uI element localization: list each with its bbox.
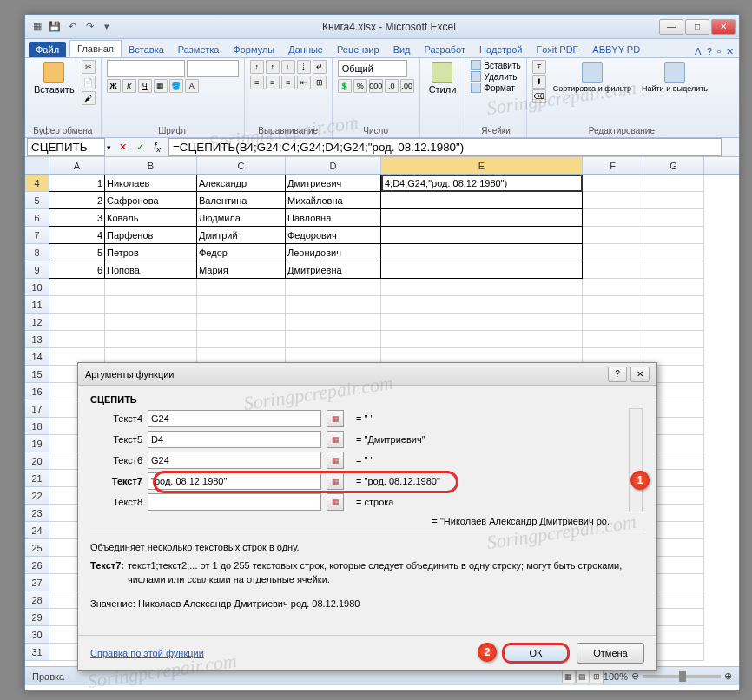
merge-icon[interactable]: ⊞ [313, 76, 327, 89]
cell[interactable] [583, 331, 643, 348]
row-header[interactable]: 10 [25, 279, 49, 296]
align-middle-icon[interactable]: ↕ [266, 60, 280, 74]
row-header[interactable]: 11 [25, 296, 49, 314]
undo-icon[interactable]: ↶ [65, 20, 79, 34]
tab-layout[interactable]: Разметка [171, 42, 227, 57]
cell[interactable] [381, 244, 583, 261]
cell[interactable] [105, 279, 197, 296]
tab-foxit[interactable]: Foxit PDF [529, 42, 585, 57]
row-header[interactable]: 26 [25, 557, 49, 574]
row-header[interactable]: 5 [25, 192, 49, 209]
sort-filter-button[interactable]: Сортировка и фильтр [550, 60, 635, 95]
range-selector-icon[interactable]: ▦ [327, 452, 344, 469]
cell[interactable]: Попова [105, 261, 197, 279]
cell[interactable] [49, 279, 105, 296]
cell[interactable] [643, 296, 704, 314]
row-header[interactable]: 6 [25, 209, 49, 227]
cancel-formula-icon[interactable]: ✕ [115, 140, 130, 155]
cell[interactable]: Валентина [197, 192, 286, 209]
tab-review[interactable]: Рецензир [330, 42, 386, 57]
cell[interactable]: Коваль [105, 209, 197, 227]
cell[interactable] [643, 227, 704, 244]
args-scrollbar[interactable] [629, 408, 643, 512]
cell[interactable] [583, 175, 643, 192]
cell[interactable]: Дмитриевна [286, 261, 381, 279]
row-header[interactable]: 24 [25, 522, 49, 539]
underline-icon[interactable]: Ч [138, 79, 152, 93]
align-left-icon[interactable]: ≡ [250, 76, 264, 89]
cell[interactable] [643, 314, 704, 331]
align-top-icon[interactable]: ↑ [250, 60, 264, 74]
cell[interactable] [197, 331, 286, 348]
cell[interactable] [643, 244, 704, 261]
cell[interactable] [286, 331, 381, 348]
copy-icon[interactable]: 📄 [82, 76, 96, 89]
clear-icon[interactable]: ⌫ [532, 89, 546, 103]
cell[interactable]: Леонидович [286, 244, 381, 261]
cell-insert-button[interactable]: Вставить [471, 60, 520, 70]
row-header[interactable]: 23 [25, 505, 49, 522]
dialog-help-button[interactable]: ? [608, 367, 627, 382]
maximize-button[interactable]: □ [685, 19, 709, 35]
cell[interactable]: 4;D4;G24;"род. 08.12.1980") [381, 175, 583, 192]
ribbon-close-icon[interactable]: ✕ [726, 46, 734, 57]
cell[interactable] [643, 209, 704, 227]
row-header[interactable]: 30 [25, 626, 49, 644]
cell[interactable] [643, 279, 704, 296]
cell[interactable] [381, 279, 583, 296]
inc-decimal-icon[interactable]: .0 [385, 79, 399, 93]
number-format-combo[interactable] [338, 60, 407, 77]
cell[interactable] [583, 314, 643, 331]
col-header-a[interactable]: A [49, 157, 105, 174]
row-header[interactable]: 16 [25, 383, 49, 400]
cut-icon[interactable]: ✂ [82, 60, 96, 74]
row-header[interactable]: 29 [25, 609, 49, 626]
cell[interactable] [105, 314, 197, 331]
italic-icon[interactable]: К [122, 79, 136, 93]
border-icon[interactable]: ▦ [154, 79, 168, 93]
cell[interactable]: Федорович [286, 227, 381, 244]
arg-input[interactable] [148, 472, 321, 490]
row-header[interactable]: 13 [25, 331, 49, 348]
row-header[interactable]: 21 [25, 470, 49, 487]
row-header[interactable]: 27 [25, 574, 49, 591]
orientation-icon[interactable]: ⭭ [297, 60, 311, 74]
cell[interactable]: Федор [197, 244, 286, 261]
enter-formula-icon[interactable]: ✓ [132, 140, 148, 155]
dec-decimal-icon[interactable]: .00 [400, 79, 414, 93]
styles-button[interactable]: Стили [425, 60, 460, 96]
comma-icon[interactable]: 000 [369, 79, 383, 93]
size-combo[interactable] [187, 60, 239, 77]
formula-input[interactable] [168, 138, 722, 156]
cell[interactable] [643, 331, 704, 348]
indent-dec-icon[interactable]: ⇤ [297, 76, 311, 89]
cell[interactable] [583, 244, 643, 261]
cell[interactable] [583, 192, 643, 209]
cell[interactable]: Дмитрий [197, 227, 286, 244]
row-header[interactable]: 22 [25, 487, 49, 505]
cell[interactable]: 2 [49, 192, 105, 209]
cell[interactable]: 5 [49, 244, 105, 261]
cell-format-button[interactable]: Формат [471, 83, 520, 93]
range-selector-icon[interactable]: ▦ [327, 431, 344, 448]
cell[interactable] [643, 175, 704, 192]
cell[interactable] [583, 261, 643, 279]
row-header[interactable]: 4 [25, 175, 49, 192]
name-box[interactable] [27, 138, 105, 156]
cell[interactable]: Павловна [286, 209, 381, 227]
format-painter-icon[interactable]: 🖌 [82, 91, 96, 105]
cell[interactable] [197, 314, 286, 331]
col-header-d[interactable]: D [286, 157, 381, 174]
arg-input[interactable] [148, 431, 321, 448]
row-header[interactable]: 18 [25, 418, 49, 435]
arg-input[interactable] [148, 493, 321, 511]
col-header-b[interactable]: B [105, 157, 197, 174]
zoom-slider[interactable] [643, 675, 721, 678]
cell[interactable]: Дмитриевич [286, 175, 381, 192]
tab-abbyy[interactable]: ABBYY PD [585, 42, 647, 57]
cell[interactable]: Людмила [197, 209, 286, 227]
cell[interactable]: Петров [105, 244, 197, 261]
cell[interactable] [643, 192, 704, 209]
bold-icon[interactable]: Ж [107, 79, 121, 93]
cell[interactable] [381, 227, 583, 244]
